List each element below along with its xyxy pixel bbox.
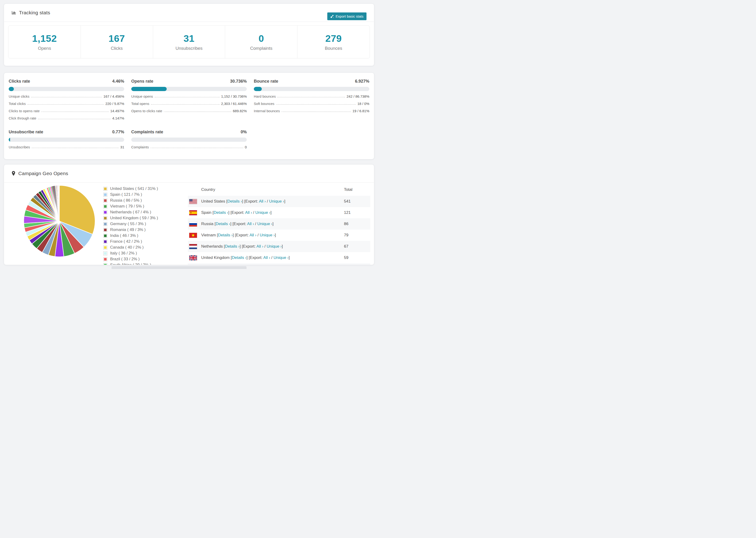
dotted-leader <box>155 97 220 97</box>
rate-detail-row: Unique opens1,152 / 30.736% <box>131 94 247 98</box>
dotted-leader <box>38 119 111 119</box>
page-title: Tracking stats <box>19 10 50 16</box>
detail-label: Total clicks <box>9 102 26 106</box>
rate-progress-fill <box>131 87 167 91</box>
export-unique-link[interactable]: Unique › <box>269 199 284 203</box>
dotted-leader <box>282 112 351 112</box>
details-link[interactable]: Details › <box>225 244 240 248</box>
legend-label: Germany ( 55 / 3% ) <box>110 222 146 226</box>
detail-value: 1,152 / 30.736% <box>221 94 247 98</box>
rate-value: 0% <box>241 130 247 134</box>
legend-item-vietnam: Vietnam ( 79 / 5% ) <box>103 204 188 209</box>
legend-label: Canada ( 40 / 2% ) <box>110 245 144 250</box>
dotted-leader <box>276 104 356 105</box>
rate-value: 30.736% <box>230 79 247 84</box>
geo-table-row-nl: Netherlands [Details ›] [Export: All › /… <box>188 241 370 252</box>
legend-label: South Africa ( 29 / 2% ) <box>110 263 151 265</box>
stat-bounces: 279Bounces <box>297 26 369 58</box>
export-unique-link[interactable]: Unique › <box>257 222 272 226</box>
rate-panel-opens-rate: Opens rate30.736%Unique opens1,152 / 30.… <box>131 79 247 120</box>
rate-detail-row: Click through rate4.147% <box>9 116 124 120</box>
geo-table-wrap: Country Total United States [Details ›] … <box>188 183 370 265</box>
legend-item-spain: Spain ( 121 / 7% ) <box>103 192 188 197</box>
export-all-link[interactable]: All › <box>245 210 252 215</box>
legend-label: United Kingdom ( 59 / 3% ) <box>110 216 158 220</box>
legend-label: Vietnam ( 79 / 5% ) <box>110 204 144 209</box>
dotted-leader <box>164 112 231 112</box>
country-cell: Netherlands [Details ›] [Export: All › /… <box>201 241 344 252</box>
legend-label: India ( 46 / 3% ) <box>110 233 138 238</box>
country-total: 86 <box>344 218 370 230</box>
export-unique-link[interactable]: Unique › <box>255 210 270 215</box>
rate-detail-rows: Unique clicks167 / 4.456%Total clicks220… <box>9 94 124 120</box>
export-icon <box>330 15 334 18</box>
bracket: ] [Export: <box>242 199 259 203</box>
geo-table-row-de: Germany [Details ›] [Export: All › / Uni… <box>188 263 370 265</box>
detail-label: Opens to clicks rate <box>131 109 162 113</box>
bracket: ] [Export: <box>233 233 249 237</box>
country-cell: United Kingdom [Details ›] [Export: All … <box>201 252 344 263</box>
details-link[interactable]: Details › <box>218 233 233 237</box>
rate-panel-complaints-rate: Complaints rate0%Complaints0 <box>131 130 247 149</box>
slash: / <box>270 255 274 260</box>
legend-item-romania: Romania ( 49 / 3% ) <box>103 228 188 232</box>
country-total: 541 <box>344 196 370 207</box>
country-name: United Kingdom <box>201 255 231 260</box>
legend-item-brazil: Brazil ( 33 / 2% ) <box>103 257 188 261</box>
detail-value: 14.497% <box>110 109 124 113</box>
rates-card: Clicks rate4.46%Unique clicks167 / 4.456… <box>4 73 374 159</box>
export-basic-stats-button[interactable]: Export basic stats <box>327 13 366 20</box>
detail-label: Internal bounces <box>254 109 280 113</box>
dotted-leader <box>27 104 104 105</box>
legend-swatch <box>103 187 107 191</box>
rate-head: Opens rate30.736% <box>131 79 247 84</box>
legend-item-india: India ( 46 / 3% ) <box>103 233 188 238</box>
pie-svg <box>22 184 96 258</box>
bracket: ] [Export: <box>240 244 256 248</box>
details-link[interactable]: Details › <box>216 222 230 226</box>
rate-detail-row: Internal bounces19 / 6.81% <box>254 109 369 113</box>
country-total: 79 <box>344 230 370 241</box>
rate-progress-fill <box>254 87 262 91</box>
country-total: 59 <box>344 252 370 263</box>
legend-swatch <box>103 228 107 232</box>
dotted-leader <box>151 104 220 105</box>
stat-label: Bounces <box>325 46 342 51</box>
tracking-stats-header: Tracking stats Export basic stats <box>4 4 374 22</box>
legend-label: Brazil ( 33 / 2% ) <box>110 257 140 261</box>
stat-value: 31 <box>184 33 195 44</box>
rate-panel-unsubscribe-rate: Unsubscribe rate0.77%Unsubscribes31 <box>9 130 124 149</box>
export-all-link[interactable]: All › <box>256 244 263 248</box>
rate-title: Opens rate <box>131 79 153 84</box>
legend-swatch <box>103 263 107 265</box>
export-all-link[interactable]: All › <box>247 222 254 226</box>
rate-grid: Clicks rate4.46%Unique clicks167 / 4.456… <box>4 73 374 149</box>
page: Tracking stats Export basic stats 1,152O… <box>0 4 378 265</box>
detail-value: 31 <box>120 145 124 149</box>
stat-label: Unsubscribes <box>175 46 202 51</box>
export-unique-link[interactable]: Unique › <box>267 244 282 248</box>
rate-panel-clicks-rate: Clicks rate4.46%Unique clicks167 / 4.456… <box>9 79 124 120</box>
rate-progress-fill <box>9 87 14 91</box>
rate-head: Unsubscribe rate0.77% <box>9 130 124 134</box>
export-all-link[interactable]: All › <box>249 233 256 237</box>
export-unique-link[interactable]: Unique › <box>274 255 289 260</box>
geo-table-row-us: United States [Details ›] [Export: All ›… <box>188 196 370 207</box>
rate-detail-rows: Complaints0 <box>131 145 247 149</box>
stat-label: Complaints <box>250 46 272 51</box>
country-name: United States <box>201 199 226 203</box>
rate-detail-row: Unsubscribes31 <box>9 145 124 149</box>
details-link[interactable]: Details › <box>228 199 242 203</box>
export-unique-link[interactable]: Unique › <box>260 233 275 237</box>
rate-progress-bar <box>254 87 369 91</box>
de-flag-icon <box>188 263 201 265</box>
geo-opens-card: Campaign Geo Opens United States ( 541 /… <box>4 164 374 265</box>
export-all-link[interactable]: All › <box>263 255 270 260</box>
details-link[interactable]: Details › <box>214 210 228 215</box>
export-all-link[interactable]: All › <box>259 199 266 203</box>
legend-label: France ( 42 / 2% ) <box>110 239 142 244</box>
stat-value: 0 <box>258 33 264 44</box>
vn-flag-icon <box>188 230 201 241</box>
rate-detail-row: Total opens2,303 / 61.446% <box>131 102 247 106</box>
details-link[interactable]: Details › <box>232 255 246 260</box>
